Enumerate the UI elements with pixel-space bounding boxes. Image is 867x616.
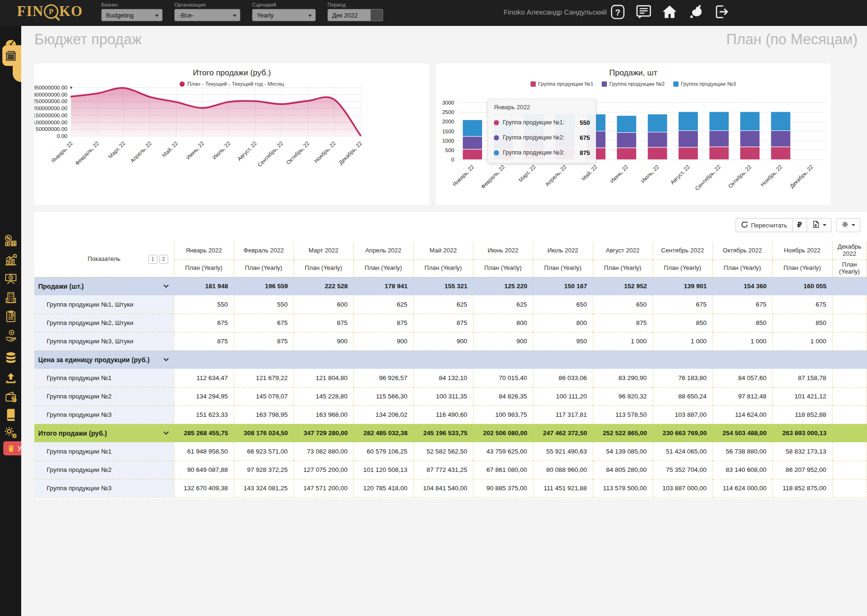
value-cell[interactable]: 550 xyxy=(234,295,294,314)
value-cell[interactable]: 73 082 880,00 xyxy=(294,442,353,461)
value-cell[interactable] xyxy=(832,405,867,424)
sidebar-item-presentation[interactable] xyxy=(4,272,18,286)
value-cell[interactable]: 875 xyxy=(294,314,353,332)
value-cell[interactable]: 54 139 085,00 xyxy=(593,442,653,461)
value-cell[interactable]: 80 088 960,00 xyxy=(533,461,593,479)
value-cell[interactable]: 1 000 xyxy=(712,332,772,350)
value-cell[interactable]: 132 670 409,38 xyxy=(174,479,234,497)
value-cell[interactable] xyxy=(832,461,867,479)
value-cell[interactable] xyxy=(832,479,867,497)
chevron-down-icon[interactable] xyxy=(163,284,169,288)
value-cell[interactable]: 96 920,32 xyxy=(593,387,653,405)
value-cell[interactable]: 625 xyxy=(353,295,413,314)
value-cell[interactable]: 88 650,24 xyxy=(653,387,712,405)
value-cell[interactable]: 900 xyxy=(294,332,353,350)
value-cell[interactable]: 104 841 540,00 xyxy=(413,479,473,497)
value-cell[interactable]: 117 317,81 xyxy=(533,405,593,424)
value-cell[interactable]: 60 579 106,25 xyxy=(353,442,413,461)
organization-select[interactable]: -Все- xyxy=(174,9,240,21)
value-cell[interactable]: 900 xyxy=(353,332,413,350)
help-button[interactable]: ? xyxy=(609,4,627,22)
value-cell[interactable]: 118 852,88 xyxy=(772,405,832,424)
value-cell[interactable]: 97 928 372,25 xyxy=(234,461,294,479)
value-cell[interactable]: 86 033,06 xyxy=(533,369,593,387)
value-cell[interactable]: 101 421,12 xyxy=(772,387,832,405)
value-cell[interactable]: 120 785 418,00 xyxy=(353,479,413,497)
value-cell[interactable] xyxy=(832,442,867,461)
value-cell[interactable]: 97 812,48 xyxy=(712,387,772,405)
value-cell[interactable]: 116 490,60 xyxy=(413,405,473,424)
value-cell[interactable]: 875 xyxy=(234,332,294,350)
page-button-2[interactable]: 2 xyxy=(159,255,168,264)
value-cell[interactable]: 90 649 087,88 xyxy=(174,461,234,479)
value-cell[interactable]: 875 xyxy=(174,332,234,350)
value-cell[interactable]: 43 759 625,00 xyxy=(473,442,533,461)
sidebar-item-hand-coin[interactable] xyxy=(4,329,18,343)
value-cell[interactable]: 1 000 xyxy=(772,332,832,350)
value-cell[interactable]: 675 xyxy=(653,295,712,314)
chevron-down-icon[interactable] xyxy=(163,431,169,435)
value-cell[interactable]: 147 571 200,00 xyxy=(294,479,353,497)
value-cell[interactable]: 900 xyxy=(413,332,473,350)
value-cell[interactable]: 850 xyxy=(653,314,712,332)
sidebar-item-gauge[interactable] xyxy=(4,35,18,49)
value-cell[interactable]: 75 352 704,00 xyxy=(653,461,712,479)
rabbit-button[interactable] xyxy=(687,4,704,22)
value-cell[interactable]: 134 294,95 xyxy=(174,387,234,405)
settings-button[interactable] xyxy=(836,218,860,232)
value-cell[interactable]: 121 679,22 xyxy=(234,369,294,387)
value-cell[interactable]: 163 798,95 xyxy=(234,405,294,424)
value-cell[interactable]: 100 983,75 xyxy=(473,405,533,424)
value-cell[interactable]: 114 624 000,00 xyxy=(712,479,772,497)
value-cell[interactable]: 550 xyxy=(174,295,234,314)
value-cell[interactable]: 103 887 000,00 xyxy=(653,479,712,497)
value-cell[interactable]: 61 948 958,50 xyxy=(174,442,234,461)
value-cell[interactable]: 111 451 921,88 xyxy=(533,479,593,497)
value-cell[interactable] xyxy=(832,387,867,405)
export-excel-button[interactable] xyxy=(807,218,832,232)
scenario-select[interactable]: Yearly xyxy=(252,9,316,21)
value-cell[interactable]: 70 015,40 xyxy=(473,369,533,387)
value-cell[interactable]: 163 968,00 xyxy=(294,405,353,424)
value-cell[interactable]: 52 582 562,50 xyxy=(413,442,473,461)
value-cell[interactable]: 800 xyxy=(473,314,533,332)
value-cell[interactable]: 101 120 508,13 xyxy=(353,461,413,479)
value-cell[interactable]: 600 xyxy=(294,295,353,314)
value-cell[interactable]: 96 926,57 xyxy=(353,369,413,387)
chevron-down-icon[interactable] xyxy=(163,357,169,362)
sidebar-item-gears[interactable] xyxy=(4,425,18,439)
business-select[interactable]: Budgeting xyxy=(101,9,163,21)
sidebar-item-database[interactable] xyxy=(4,351,18,365)
value-cell[interactable]: 83 290,90 xyxy=(593,369,653,387)
value-cell[interactable]: 1 000 xyxy=(593,332,653,350)
value-cell[interactable]: 675 xyxy=(712,295,772,314)
value-cell[interactable]: 675 xyxy=(234,314,294,332)
logout-button[interactable] xyxy=(712,4,730,22)
value-cell[interactable]: 55 921 490,63 xyxy=(533,442,593,461)
sidebar-item-wallet[interactable] xyxy=(4,390,18,404)
value-cell[interactable]: 114 624,00 xyxy=(712,405,772,424)
value-cell[interactable]: 58 832 173,13 xyxy=(772,442,832,461)
home-button[interactable] xyxy=(661,4,679,22)
recalculate-button[interactable]: Пересчитать xyxy=(736,218,793,232)
value-cell[interactable]: 127 075 200,00 xyxy=(294,461,353,479)
value-cell[interactable]: 121 804,80 xyxy=(294,369,353,387)
value-cell[interactable]: 875 xyxy=(593,314,653,332)
value-cell[interactable]: 103 887,00 xyxy=(653,405,712,424)
value-cell[interactable]: 800 xyxy=(533,314,593,332)
value-cell[interactable]: 84 132,10 xyxy=(413,369,473,387)
value-cell[interactable]: 134 206,02 xyxy=(353,405,413,424)
value-cell[interactable]: 67 861 080,00 xyxy=(473,461,533,479)
value-cell[interactable]: 87 772 431,25 xyxy=(413,461,473,479)
sidebar-item-chart-search[interactable] xyxy=(4,253,18,267)
value-cell[interactable]: 950 xyxy=(533,332,593,350)
value-cell[interactable]: 675 xyxy=(174,314,234,332)
value-cell[interactable]: 56 738 880,00 xyxy=(712,442,772,461)
value-cell[interactable] xyxy=(832,332,867,350)
value-cell[interactable]: 145 079,07 xyxy=(234,387,294,405)
value-cell[interactable]: 625 xyxy=(473,295,533,314)
delete-button[interactable]: Уд xyxy=(3,441,21,455)
value-cell[interactable]: 113 578,50 xyxy=(593,405,653,424)
value-cell[interactable]: 675 xyxy=(772,295,832,314)
value-cell[interactable] xyxy=(832,295,867,314)
